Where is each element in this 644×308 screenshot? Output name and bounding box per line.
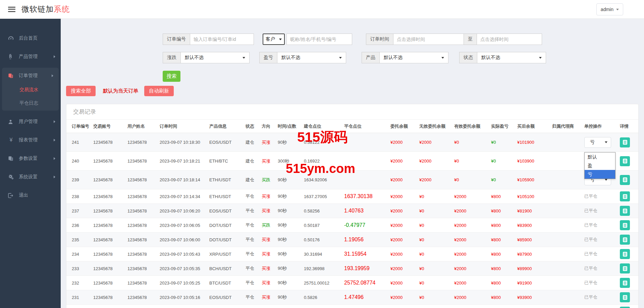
cell: EOS/USDT <box>209 208 246 213</box>
cell: ¥800 <box>491 208 517 213</box>
cell: 90秒 <box>278 208 304 214</box>
status-select[interactable]: 默认不选 <box>477 52 546 63</box>
table-row <box>66 305 638 308</box>
cell: ¥103900 <box>517 159 552 164</box>
col-header: 时间/点数 <box>278 123 304 129</box>
cell: 90秒 <box>278 265 304 271</box>
product-select[interactable]: 默认不选 <box>380 52 448 63</box>
admin-dropdown[interactable]: admin <box>596 3 623 15</box>
detail-button[interactable] <box>620 191 630 201</box>
detail-button[interactable] <box>620 137 630 147</box>
cell: ¥2000 <box>454 295 491 300</box>
status-label: 状态 <box>459 52 477 63</box>
user-icon <box>8 119 14 124</box>
win-loss-select[interactable]: 亏 <box>584 137 611 148</box>
cell: 12345678 <box>93 281 127 286</box>
cell: 90秒 <box>278 237 304 243</box>
sidebar-item-params[interactable]: 参数设置 <box>0 151 61 166</box>
hamburger-menu-icon[interactable] <box>8 7 15 12</box>
cell: ¥0 <box>454 177 491 182</box>
sidebar-item-system[interactable]: 系统设置 <box>0 170 61 184</box>
cell: ¥2000 <box>390 223 419 228</box>
cell: 12345678 <box>93 266 127 271</box>
cell: 买涨 <box>262 193 278 199</box>
sidebar-item-trade-flow[interactable]: 交易流水 <box>2 83 59 97</box>
cell: 12345678 <box>127 281 160 286</box>
cell: 2023-09-07 10:05:16 <box>160 295 209 300</box>
cell: ¥2000 <box>419 140 454 145</box>
cell: 12345678 <box>127 159 160 164</box>
app-title: 微软链加系统 <box>21 4 70 14</box>
cell: 建仓 <box>246 177 262 183</box>
time-to-input[interactable] <box>477 34 542 45</box>
sidebar-item-logout[interactable]: 退出 <box>0 188 61 203</box>
cell: 1.40763 <box>344 208 390 214</box>
cell: ETH/USDT <box>209 177 246 182</box>
list-icon <box>622 295 628 300</box>
detail-button[interactable] <box>620 263 630 273</box>
to-label: 至 <box>464 34 477 45</box>
sidebar-item-reports[interactable]: ¥ 报表管理 <box>0 133 61 147</box>
table-row: 23912345678123456782023-09-07 10:18:14ET… <box>66 171 638 189</box>
cell: 90秒 <box>278 177 304 183</box>
cell: 241 <box>72 140 93 145</box>
detail-button[interactable] <box>620 249 630 259</box>
cell: ¥91900 <box>517 281 552 286</box>
cell: 31.15954 <box>344 251 390 257</box>
dropdown-option[interactable]: 默认 <box>585 152 615 161</box>
auto-refresh-button[interactable]: 自动刷新 <box>144 86 174 96</box>
search-button[interactable]: 搜索 <box>163 71 180 82</box>
cell: ¥0 <box>454 159 491 164</box>
customer-type-select[interactable]: 客户 <box>263 34 285 45</box>
detail-button[interactable] <box>620 278 630 288</box>
cell: ¥87900 <box>517 252 552 257</box>
cell: ¥800 <box>491 281 517 286</box>
dropdown-option[interactable]: 盈 <box>585 161 615 170</box>
cell: ¥0 <box>491 140 517 145</box>
updown-select[interactable]: 默认不选 <box>181 52 250 63</box>
cell <box>620 206 633 216</box>
sidebar-item-dashboard[interactable]: 后台首页 <box>0 31 61 46</box>
detail-button[interactable] <box>620 175 630 185</box>
dropdown-option[interactable]: 亏 <box>585 170 615 179</box>
cell: EOS/USDT <box>209 295 246 300</box>
sidebar-item-close-log[interactable]: 平仓日志 <box>2 97 59 110</box>
sidebar-item-users[interactable]: 用户管理 <box>0 114 61 129</box>
cell: 90秒 <box>278 222 304 228</box>
logout-icon <box>8 193 14 198</box>
order-time-label: 订单时间 <box>366 34 393 45</box>
cell: 买涨 <box>262 139 278 145</box>
order-no-input[interactable] <box>190 34 254 45</box>
cell <box>620 307 633 308</box>
cell: 12345678 <box>93 159 127 164</box>
list-icon <box>622 251 628 257</box>
updown-label: 涨跌 <box>163 52 181 63</box>
detail-button[interactable] <box>620 292 630 302</box>
chevron-right-icon <box>54 176 55 178</box>
cell: ¥2000 <box>390 266 419 271</box>
default-today-note: 默认为当天订单 <box>103 88 138 94</box>
sidebar-item-products[interactable]: 产品管理 <box>0 49 61 64</box>
cell: DOT/USDT <box>209 237 246 242</box>
sidebar-item-orders[interactable]: 订单管理 <box>2 68 59 83</box>
orders-icon <box>8 73 14 78</box>
cell: 买涨 <box>262 208 278 214</box>
params-icon <box>8 156 14 161</box>
col-header: 有效委托余额 <box>454 123 491 129</box>
detail-button[interactable] <box>620 220 630 230</box>
search-all-button[interactable]: 搜索全部 <box>66 86 96 96</box>
app-title-main: 微软链加 <box>21 5 54 13</box>
detail-button[interactable] <box>620 235 630 245</box>
detail-button[interactable] <box>620 156 630 166</box>
table-row: 23812345678123456782023-09-07 10:14:34ET… <box>66 189 638 204</box>
time-from-input[interactable] <box>393 34 464 45</box>
detail-button[interactable] <box>620 206 630 216</box>
detail-button[interactable] <box>620 307 630 308</box>
cell: 已平仓 <box>584 265 620 271</box>
profit-select[interactable]: 默认不选 <box>277 52 346 63</box>
cell: ¥800 <box>491 266 517 271</box>
customer-input[interactable] <box>286 34 352 45</box>
cell: BCH/USDT <box>209 266 246 271</box>
cell: 236 <box>72 223 93 228</box>
list-icon <box>622 280 628 286</box>
